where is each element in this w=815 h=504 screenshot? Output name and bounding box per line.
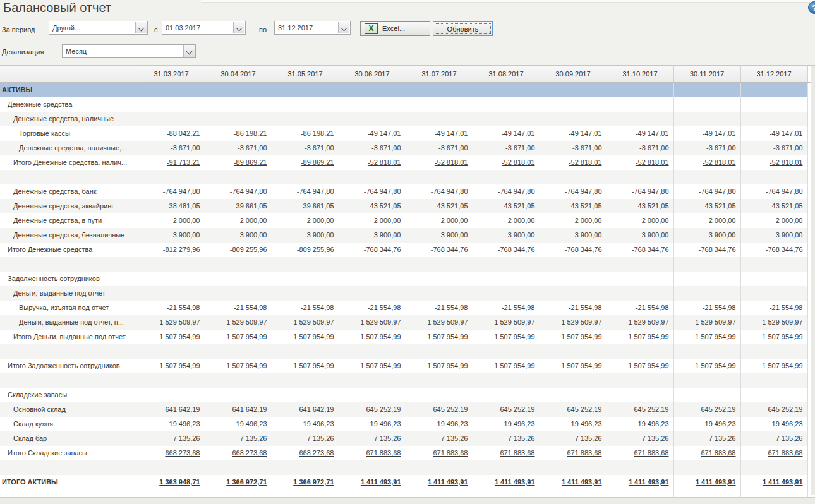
value-cell [272,286,339,301]
value-cell [272,373,339,388]
value-cell: 3 900,00 [540,228,607,243]
value-cell [339,272,406,286]
row-label[interactable]: Денежные средства, наличные [0,112,138,126]
value-cell: 1 529 509,97 [673,315,740,330]
excel-export-button[interactable]: X Excel... [360,21,430,36]
table-row: Итого Складские запасы668 273,68668 273,… [0,446,815,460]
column-header-date[interactable]: 31.10.2017 [607,66,673,83]
value-cell: 668 273,68 [272,446,339,460]
row-label[interactable]: Деньги, выданные под отчет [0,286,138,301]
row-label[interactable]: Основной склад [0,402,138,417]
row-label[interactable]: Склад бар [0,431,138,446]
row-label[interactable]: Выручка, изъятая под отчет [0,301,138,315]
value-cell [339,83,406,97]
row-label[interactable]: Денежные средства, безналичные [0,228,138,243]
column-header-date[interactable]: 30.06.2017 [339,66,406,83]
row-label[interactable]: Складские запасы [0,388,138,402]
value-cell: 3 900,00 [740,228,807,243]
table-row: Выручка, изъятая под отчет-21 554,98-21 … [0,301,815,315]
value-cell: 1 507 954,99 [740,330,807,344]
value-cell: 19 496,23 [607,417,673,431]
value-cell [138,373,205,388]
row-label[interactable]: Денежные средства [0,97,138,112]
value-cell: 671 883,68 [339,446,406,460]
row-label[interactable]: Итого Задолженность сотрудников [0,359,138,373]
value-cell [406,286,473,301]
value-cell: -764 947,80 [339,184,406,199]
value-cell [406,112,473,126]
refresh-button[interactable]: Обновить [433,21,493,36]
value-cell: -3 671,00 [205,141,272,155]
column-header-date[interactable]: 31.12.2017 [740,66,807,83]
value-cell: 1 529 509,97 [607,315,673,330]
chevron-down-icon[interactable] [338,22,349,33]
column-header-date[interactable]: 31.05.2017 [272,66,339,83]
column-header-date[interactable]: 31.07.2017 [406,66,473,83]
row-label[interactable]: Итого Денежные средства, налич... [0,155,138,170]
value-cell: 671 883,68 [473,446,540,460]
value-cell: 1 411 493,91 [607,475,673,489]
value-cell [339,388,406,402]
value-cell: -86 198,21 [205,126,272,141]
value-cell [607,286,673,301]
value-cell [473,373,540,388]
table-row: Денежные средства, эквайринг38 481,0539 … [0,199,815,213]
value-cell: 1 507 954,99 [138,359,205,373]
row-label[interactable]: Склад кухня [0,417,138,431]
chevron-down-icon[interactable] [135,22,147,33]
value-cell: -21 554,98 [673,301,740,315]
column-header-date[interactable]: 31.08.2017 [473,66,540,83]
row-label[interactable]: Итого Денежные средства [0,243,138,257]
value-cell: 2 000,00 [740,213,807,228]
value-cell [540,83,607,97]
period-combobox[interactable]: Другой... [49,21,148,35]
help-icon[interactable]: ? [808,1,815,14]
row-label[interactable]: Денежные средства, в пути [0,213,138,228]
value-cell [205,112,272,126]
row-label[interactable]: Торговые кассы [0,126,138,141]
table-row: Денежные средства, безналичные3 900,003 … [0,228,815,243]
table-row: Задолженность сотрудников [0,272,815,286]
row-label[interactable]: Итого Деньги, выданные под отчет [0,330,138,344]
value-cell [473,388,540,402]
row-label[interactable]: Денежные средства, эквайринг [0,199,138,213]
value-cell: 1 507 954,99 [205,330,272,344]
chevron-down-icon[interactable] [233,22,244,33]
detail-combobox[interactable]: Месяц [62,44,196,58]
value-cell: -49 147,01 [740,126,807,141]
column-header-date[interactable]: 30.09.2017 [540,66,607,83]
row-label[interactable]: АКТИВЫ [0,83,138,97]
row-label[interactable]: Задолженность сотрудников [0,272,138,286]
chevron-down-icon[interactable] [183,45,195,57]
column-header-date[interactable]: 31.03.2017 [138,66,205,83]
column-header-date[interactable]: 30.11.2017 [673,66,740,83]
value-cell: 641 642,19 [205,402,272,417]
value-cell: 645 252,19 [607,402,673,417]
value-cell [540,460,607,475]
value-cell: -52 818,01 [540,155,607,170]
date-to-combobox[interactable]: 31.12.2017 [274,21,351,35]
value-cell [540,373,607,388]
value-cell: 645 252,19 [339,402,406,417]
row-label-header [0,66,138,83]
value-cell: 2 000,00 [473,213,540,228]
value-cell: 2 000,00 [540,213,607,228]
value-cell: 671 883,68 [740,446,807,460]
value-cell: -21 554,98 [473,301,540,315]
row-label[interactable]: Деньги, выданные под отчет, п... [0,315,138,330]
row-label[interactable]: Итого Складские запасы [0,446,138,460]
vertical-scrollbar[interactable] [811,66,815,495]
horizontal-scrollbar[interactable] [0,497,815,504]
column-header-date[interactable]: 30.04.2017 [205,66,272,83]
value-cell: 1 507 954,99 [607,359,673,373]
row-label[interactable]: Денежные средства, банк [0,184,138,199]
date-from-combobox[interactable]: 01.03.2017 [162,21,246,35]
value-cell: 2 000,00 [607,213,673,228]
row-label[interactable]: Денежные средства, наличные,... [0,141,138,155]
value-cell [339,257,406,272]
value-cell [205,460,272,475]
value-cell: 19 496,23 [339,417,406,431]
table-row: Основной склад641 642,19641 642,19641 64… [0,402,815,417]
row-label[interactable]: ИТОГО АКТИВЫ [0,475,138,489]
value-cell: 1 507 954,99 [406,359,473,373]
